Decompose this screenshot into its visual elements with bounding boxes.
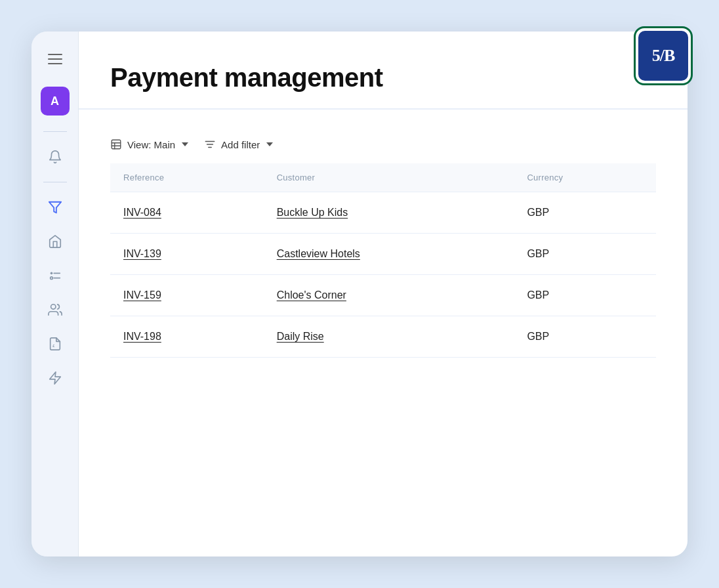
hamburger-menu-button[interactable]	[43, 47, 67, 71]
table-view-icon	[110, 138, 122, 150]
cell-customer[interactable]: Buckle Up Kids	[264, 192, 514, 234]
add-filter-chevron	[266, 142, 273, 146]
cell-reference[interactable]: INV-198	[110, 316, 264, 358]
app-window: A	[31, 32, 688, 556]
users-icon[interactable]	[41, 295, 70, 324]
cell-currency: GBP	[514, 192, 656, 234]
reference-link[interactable]: INV-198	[123, 331, 161, 342]
table-row: INV-084Buckle Up KidsGBP	[110, 192, 656, 234]
table-section: View: Main Add filter Ref	[79, 110, 688, 556]
cell-customer[interactable]: Castleview Hotels	[264, 234, 514, 275]
table-row: INV-198Daily RiseGBP	[110, 316, 656, 358]
svg-rect-7	[112, 140, 121, 149]
home-icon[interactable]	[41, 227, 70, 256]
view-main-chevron	[182, 142, 188, 146]
hamburger-line-3	[48, 63, 62, 64]
sidebar-divider-1	[43, 131, 67, 132]
cell-reference[interactable]: INV-139	[110, 234, 264, 275]
brand-logo: 5/B	[634, 26, 693, 85]
view-main-label: View: Main	[127, 139, 175, 150]
page-header: Payment management	[79, 32, 688, 110]
cell-reference[interactable]: INV-084	[110, 192, 264, 234]
reference-link[interactable]: INV-159	[123, 289, 161, 301]
view-main-button[interactable]: View: Main	[110, 136, 188, 153]
page-title: Payment management	[110, 63, 656, 93]
tasks-icon[interactable]	[41, 261, 70, 290]
svg-point-0	[50, 272, 52, 275]
main-content: Payment management View: Main	[79, 32, 688, 556]
col-reference: Reference	[110, 163, 264, 192]
cell-customer[interactable]: Daily Rise	[264, 316, 514, 358]
table-body: INV-084Buckle Up KidsGBPINV-139Castlevie…	[110, 192, 656, 358]
customer-link[interactable]: Castleview Hotels	[277, 248, 360, 259]
hamburger-line-1	[48, 54, 62, 55]
hamburger-line-2	[48, 58, 62, 60]
customer-link[interactable]: Daily Rise	[277, 331, 324, 342]
customer-link[interactable]: Buckle Up Kids	[277, 207, 348, 218]
brand-logo-inner: 5/B	[638, 31, 688, 81]
avatar-label: A	[51, 94, 59, 108]
col-customer: Customer	[264, 163, 514, 192]
table-header: Reference Customer Currency	[110, 163, 656, 192]
cell-reference[interactable]: INV-159	[110, 275, 264, 316]
toolbar: View: Main Add filter	[110, 125, 656, 163]
sidebar: A	[31, 32, 79, 556]
sidebar-divider-2	[43, 182, 67, 182]
cell-currency: GBP	[514, 316, 656, 358]
add-filter-button[interactable]: Add filter	[204, 136, 273, 153]
reference-link[interactable]: INV-084	[123, 207, 161, 218]
user-avatar[interactable]: A	[41, 87, 70, 116]
invoice-icon[interactable]: £	[41, 329, 70, 358]
filter-icon	[204, 138, 216, 150]
cell-currency: GBP	[514, 275, 656, 316]
svg-marker-6	[49, 372, 60, 384]
brand-logo-text: 5/B	[652, 46, 675, 66]
table-row: INV-139Castleview HotelsGBP	[110, 234, 656, 275]
cell-customer[interactable]: Chloe's Corner	[264, 275, 514, 316]
lightning-icon[interactable]	[41, 364, 70, 392]
filter-y-icon[interactable]	[41, 193, 70, 222]
col-currency: Currency	[514, 163, 656, 192]
notifications-icon[interactable]	[41, 142, 70, 171]
svg-point-4	[51, 304, 55, 309]
add-filter-label: Add filter	[221, 139, 260, 150]
cell-currency: GBP	[514, 234, 656, 275]
svg-text:£: £	[52, 344, 54, 348]
reference-link[interactable]: INV-139	[123, 248, 161, 259]
payments-table: Reference Customer Currency INV-084Buckl…	[110, 163, 656, 358]
customer-link[interactable]: Chloe's Corner	[277, 289, 346, 301]
table-row: INV-159Chloe's CornerGBP	[110, 275, 656, 316]
svg-point-2	[50, 277, 52, 280]
